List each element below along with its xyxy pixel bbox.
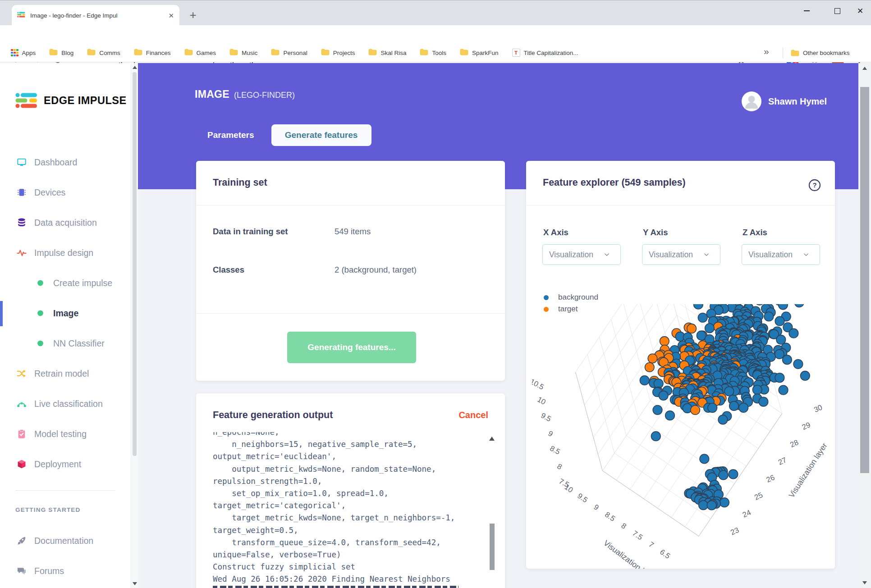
tab-parameters[interactable]: Parameters — [197, 130, 264, 140]
sidebar-item-create-impulse[interactable]: Create impulse — [0, 271, 131, 295]
output-title: Feature generation output — [213, 410, 333, 421]
x-tick: 7 — [647, 540, 656, 549]
sidebar-item-image[interactable]: Image — [0, 301, 131, 325]
logo-text: EDGE IMPULSE — [44, 95, 127, 107]
bookmark-folder-comms[interactable]: Comms — [87, 49, 120, 57]
y-tick: 25 — [753, 491, 764, 501]
console-output[interactable]: n_epochs=None, n_neighbors=15, negative_… — [205, 432, 497, 588]
bookmark-item-apps[interactable]: Apps — [11, 49, 36, 57]
console-clipped-line — [213, 586, 458, 588]
window-minimize-button[interactable] — [794, 0, 819, 21]
bookmark-folder-blog[interactable]: Blog — [49, 49, 73, 57]
bookmark-folder-tools[interactable]: Tools — [420, 49, 446, 57]
feature-explorer-card: Feature explorer (549 samples) ? X Axis … — [526, 161, 835, 569]
sidebar-item-data-acquisition[interactable]: Data acquisition — [0, 210, 131, 235]
bookmarks-bar: AppsBlogCommsFinancesGamesMusicPersonalP… — [0, 43, 871, 62]
training-row-value: 549 items — [335, 227, 371, 237]
sidebar-item-retrain-model[interactable]: Retrain model — [0, 361, 131, 386]
bookmark-folder-skal-risa[interactable]: Skal Risa — [368, 49, 406, 57]
legend-item-background[interactable]: background — [544, 292, 598, 303]
y-tick: 26 — [765, 473, 776, 484]
sidebar-scrollbar[interactable] — [131, 63, 138, 588]
sidebar-scrollbar-thumb[interactable] — [133, 72, 137, 456]
tab-close-icon[interactable]: ✕ — [168, 12, 174, 19]
bookmark-folder-music[interactable]: Music — [229, 49, 257, 57]
bookmark-folder-personal[interactable]: Personal — [271, 49, 307, 57]
sidebar-section-label: GETTING STARTED — [15, 506, 81, 513]
sidebar-item-dashboard[interactable]: Dashboard — [0, 150, 131, 174]
folder-icon — [184, 49, 193, 57]
page-scrollbar[interactable] — [858, 63, 871, 588]
apps-grid-icon — [11, 49, 18, 57]
browser-titlebar: Image - lego-finder - Edge Impul ✕ + ✕ — [0, 0, 871, 25]
axis-block-x-axis: X Axis Visualization — [542, 228, 621, 265]
x-tick: 6.5 — [659, 547, 672, 560]
axis-block-y-axis: Y Axis Visualization — [642, 228, 720, 265]
sidebar-item-documentation[interactable]: Documentation — [0, 529, 131, 553]
bezier-icon — [16, 399, 27, 409]
bookmarks-separator — [783, 47, 783, 58]
user-avatar — [742, 91, 761, 111]
x-axis-select[interactable]: Visualization — [542, 244, 621, 265]
new-tab-button[interactable]: + — [186, 8, 200, 22]
window-close-button[interactable]: ✕ — [849, 0, 871, 21]
z-tick: 10 — [536, 395, 547, 406]
sidebar-item-nn-classifier[interactable]: NN Classifier — [0, 331, 131, 356]
sidebar-item-live-classification[interactable]: Live classification — [0, 392, 131, 416]
bookmark-folder-finances[interactable]: Finances — [134, 49, 171, 57]
y-axis-select[interactable]: Visualization — [642, 244, 720, 265]
folder-icon — [87, 49, 96, 57]
console-text: n_epochs=None, n_neighbors=15, negative_… — [213, 432, 455, 586]
bookmark-folder-sparkfun[interactable]: SparkFun — [460, 49, 499, 57]
bookmarks-overflow-chevron[interactable]: » — [764, 46, 769, 57]
sidebar-item-forums[interactable]: Forums — [0, 559, 131, 583]
browser-tab[interactable]: Image - lego-finder - Edge Impul ✕ — [12, 5, 179, 26]
user-menu[interactable]: Shawn Hymel — [742, 91, 827, 111]
z-tick: 8.5 — [549, 444, 562, 456]
y-tick: 28 — [789, 438, 800, 449]
training-row-label: Classes — [213, 265, 244, 275]
generating-features-button[interactable]: Generating features... — [287, 332, 416, 363]
folder-icon — [229, 49, 238, 57]
page-tabs: Parameters Generate features — [197, 124, 371, 146]
tab-title: Image - lego-finder - Edge Impul — [30, 12, 142, 19]
y-axis-title: Visualization layer — [787, 441, 829, 499]
console-scroll-up-icon[interactable] — [489, 437, 495, 441]
chip-icon — [16, 187, 27, 197]
browser-toolbar: studio.edgeimpulse.com/studio/5941/dsp/i… — [0, 25, 871, 43]
sidebar-item-devices[interactable]: Devices — [0, 180, 131, 205]
axis-block-z-axis: Z Axis Visualization — [742, 228, 820, 265]
bookmark-folder-projects[interactable]: Projects — [321, 49, 355, 57]
bookmark-folder-games[interactable]: Games — [184, 49, 216, 57]
tab-generate-features[interactable]: Generate features — [271, 124, 371, 146]
sidebar-item-impulse-design[interactable]: Impulse design — [0, 241, 131, 265]
folder-icon — [460, 49, 468, 57]
dot-icon — [35, 340, 46, 347]
x-tick: 9.5 — [576, 492, 589, 504]
y-tick: 30 — [812, 403, 823, 414]
z-tick: 8 — [556, 462, 564, 471]
edge-impulse-logo[interactable]: EDGE IMPULSE — [15, 93, 127, 108]
dot-icon — [35, 279, 46, 287]
clipboard-icon — [16, 429, 27, 439]
sidebar-item-model-testing[interactable]: Model testing — [0, 422, 131, 446]
help-icon[interactable]: ? — [808, 179, 821, 193]
feature-explorer-3d-plot[interactable]: 109.598.587.576.5302928272625242310.5109… — [532, 304, 835, 569]
chat-icon — [16, 566, 27, 576]
z-axis-select[interactable]: Visualization — [742, 244, 820, 265]
folder-icon — [368, 49, 377, 57]
z-tick: 10.5 — [532, 377, 546, 391]
chevron-down-icon — [703, 251, 710, 258]
other-bookmarks-folder[interactable]: Other bookmarks — [791, 43, 850, 62]
bookmark-item-title-capitalization[interactable]: TTitle Capitalization... — [512, 49, 578, 57]
page-scrollbar-thumb[interactable] — [860, 87, 869, 473]
sidebar-item-deployment[interactable]: Deployment — [0, 452, 131, 476]
edge-impulse-favicon — [17, 11, 26, 19]
window-maximize-button[interactable] — [825, 0, 849, 21]
cancel-button[interactable]: Cancel — [458, 410, 488, 420]
x-tick: 7.5 — [631, 529, 644, 542]
x-tick: 8.5 — [604, 510, 617, 523]
console-scrollbar-thumb[interactable] — [490, 524, 495, 570]
training-row-label: Data in training set — [213, 227, 288, 237]
browser-window: Image - lego-finder - Edge Impul ✕ + ✕ s… — [0, 0, 871, 588]
